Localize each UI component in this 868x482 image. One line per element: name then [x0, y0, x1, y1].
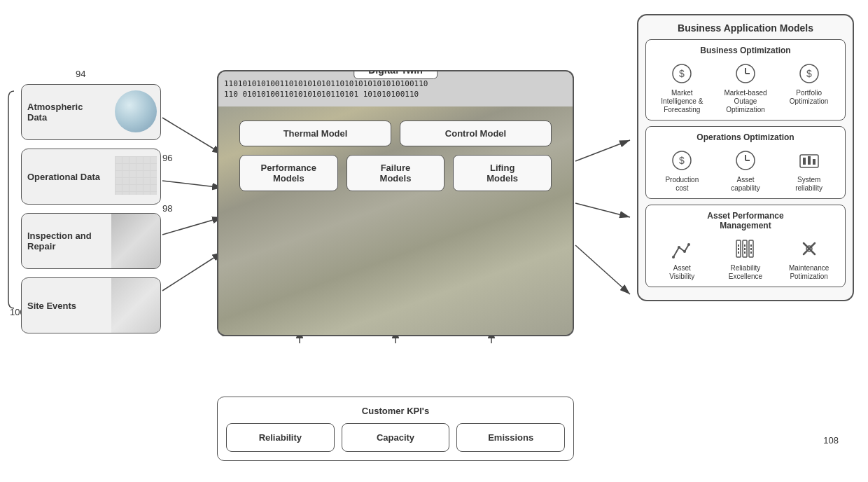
asset-visibility-label: AssetVisibility [669, 264, 694, 281]
svg-text:$: $ [806, 68, 812, 79]
kpi-section: Customer KPI's Reliability Capacity Emis… [217, 397, 574, 461]
reliability-excellence-item: ReliabilityExcellence [718, 236, 774, 281]
svg-text:$: $ [679, 155, 685, 166]
site-events-label: Site Events [27, 301, 76, 311]
svg-line-2 [162, 181, 223, 188]
svg-line-5 [575, 140, 630, 161]
operations-optimization-section: Operations Optimization $ Productioncost [645, 126, 846, 199]
svg-line-7 [575, 245, 630, 294]
models-row2: PerformanceModels FailureModels LifingMo… [239, 155, 552, 191]
svg-line-6 [575, 203, 630, 217]
svg-point-27 [672, 256, 675, 259]
system-reliability-label: Systemreliability [795, 176, 822, 193]
svg-rect-24 [803, 158, 806, 165]
operational-data-label: Operational Data [27, 172, 100, 182]
diagram-container: 94 96 98 100 90 92 102 104 106 108 Atmos… [0, 0, 868, 482]
binary-text: 1101010101001101010101011010101010101010… [224, 78, 567, 100]
operations-optimization-items: $ Productioncost Assetcapability [652, 148, 839, 193]
maintenance-opt-label: MaintenancePotimization [789, 264, 829, 281]
grid-icon [115, 156, 157, 195]
reliability-excellence-label: ReliabilityExcellence [729, 264, 762, 281]
control-model-box: Control Model [400, 120, 552, 146]
svg-line-3 [162, 217, 223, 235]
asset-capability-item: Assetcapability [718, 148, 774, 193]
svg-line-1 [162, 118, 223, 154]
asset-performance-section: Asset PerformanceManagement AssetVisibil… [645, 205, 846, 287]
label-98: 98 [162, 203, 172, 214]
atmospheric-data-label: AtmosphericData [27, 102, 83, 123]
kpi-reliability: Reliability [226, 423, 335, 452]
failure-models-box: FailureModels [346, 155, 445, 191]
production-cost-item: $ Productioncost [654, 148, 710, 193]
portfolio-opt-label: PortfolioOptimization [790, 89, 829, 106]
input-box-site-events: Site Events [21, 277, 161, 333]
input-column: AtmosphericData Operational Data Inspect… [21, 84, 161, 333]
input-box-operational: Operational Data [21, 149, 161, 205]
models-row1: Thermal Model Control Model [239, 120, 552, 146]
business-optimization-title: Business Optimization [652, 46, 839, 55]
maintenance-opt-item: MaintenancePotimization [781, 236, 837, 281]
system-reliability-icon [797, 148, 822, 173]
performance-models-box: PerformanceModels [239, 155, 338, 191]
asset-capability-label: Assetcapability [731, 176, 760, 193]
input-box-inspection: Inspection andRepair [21, 213, 161, 269]
operations-optimization-title: Operations Optimization [652, 132, 839, 142]
label-96: 96 [162, 153, 172, 163]
svg-rect-38 [744, 252, 746, 254]
market-intelligence-icon: $ [669, 61, 694, 86]
svg-rect-26 [813, 159, 816, 165]
svg-text:$: $ [679, 68, 685, 79]
svg-rect-34 [738, 252, 739, 254]
svg-rect-37 [744, 248, 746, 250]
market-outage-item: Market-basedOutageOptimization [718, 61, 774, 114]
market-outage-icon [733, 61, 758, 86]
svg-point-28 [678, 246, 680, 249]
digital-twin-container: Digital Twin 110101010100110101010101101… [217, 70, 574, 336]
svg-line-4 [162, 252, 223, 291]
input-box-atmospheric: AtmosphericData [21, 84, 161, 140]
kpi-title: Customer KPI's [226, 406, 565, 416]
portfolio-opt-item: $ PortfolioOptimization [781, 61, 837, 106]
site-icon [111, 278, 160, 333]
svg-point-29 [683, 250, 686, 253]
svg-rect-42 [750, 252, 752, 254]
production-cost-icon: $ [669, 148, 694, 173]
production-cost-label: Productioncost [665, 176, 699, 193]
label-94: 94 [76, 69, 85, 79]
market-intelligence-item: $ MarketIntelligence &Forecasting [654, 61, 710, 114]
maintenance-opt-icon [797, 236, 822, 261]
svg-rect-36 [744, 245, 746, 247]
label-108: 108 [823, 435, 839, 446]
asset-performance-title: Asset PerformanceManagement [652, 211, 839, 230]
business-optimization-items: $ MarketIntelligence &Forecasting Market… [652, 61, 839, 114]
system-reliability-item: Systemreliability [781, 148, 837, 193]
kpi-box: Customer KPI's Reliability Capacity Emis… [217, 397, 574, 461]
thermal-model-box: Thermal Model [239, 120, 391, 146]
svg-rect-33 [738, 248, 739, 250]
portfolio-opt-icon: $ [797, 61, 822, 86]
asset-performance-items: AssetVisibility [652, 236, 839, 281]
digital-twin-label: Digital Twin [354, 70, 438, 79]
kpi-items: Reliability Capacity Emissions [226, 423, 565, 452]
svg-rect-40 [750, 245, 752, 247]
market-intelligence-label: MarketIntelligence &Forecasting [661, 89, 703, 114]
kpi-emissions: Emissions [456, 423, 565, 452]
asset-capability-icon [733, 148, 758, 173]
kpi-capacity: Capacity [342, 423, 450, 452]
svg-rect-32 [738, 245, 739, 247]
asset-visibility-item: AssetVisibility [654, 236, 710, 281]
digital-twin-box: Digital Twin 110101010100110101010101101… [217, 70, 574, 336]
svg-rect-41 [750, 248, 752, 250]
market-outage-label: Market-basedOutageOptimization [724, 89, 766, 114]
repair-icon [111, 214, 160, 269]
inspection-repair-label: Inspection andRepair [27, 230, 92, 252]
globe-icon [115, 90, 157, 132]
reliability-excellence-icon [733, 236, 758, 261]
business-title: Business Application Models [645, 22, 846, 34]
inner-models-area: Thermal Model Control Model PerformanceM… [239, 120, 552, 317]
business-optimization-section: Business Optimization $ MarketIntelligen… [645, 39, 846, 120]
svg-point-30 [687, 243, 690, 246]
business-column: Business Application Models Business Opt… [637, 14, 854, 301]
asset-visibility-icon [669, 236, 694, 261]
svg-rect-25 [808, 156, 811, 165]
